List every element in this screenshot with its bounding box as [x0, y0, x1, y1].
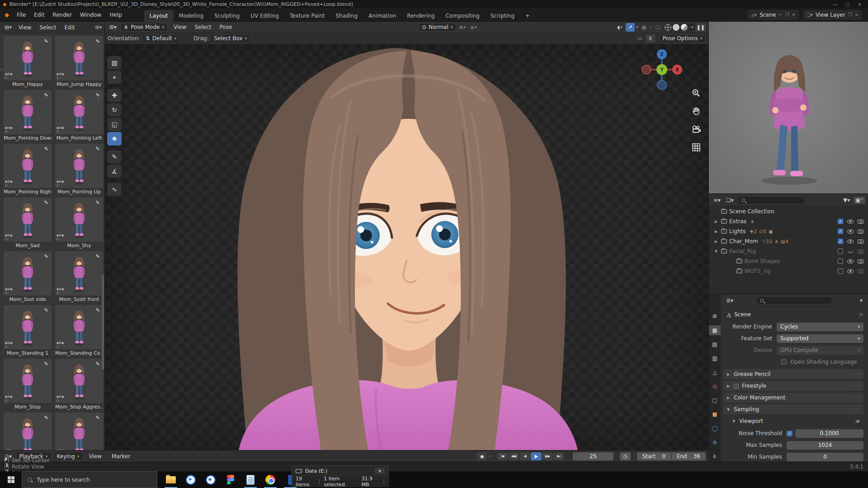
mirror-x-toggle[interactable]: X [646, 34, 655, 43]
hide-eye-toggle[interactable] [847, 230, 854, 234]
outliner-row-Lights[interactable]: ▶ Lights ✚2 ⊙5 ▣ [709, 226, 868, 236]
asset-item[interactable]: ✎ ◆⊞◆◇ Mom_Pointing Up [55, 144, 103, 195]
exclude-checkbox[interactable] [838, 268, 843, 274]
asset-item[interactable]: ✎ ◆⊞◆◇ Mom_Jump Happy [55, 36, 103, 87]
prev-keyframe-button[interactable]: ◀◀ [508, 452, 519, 460]
render-camera-toggle[interactable] [858, 259, 863, 263]
mirror-icon[interactable]: ⋈ [636, 34, 645, 43]
taskbar-media-app[interactable] [181, 471, 201, 488]
expand-arrow[interactable]: ▼ [713, 249, 719, 253]
edit-pose-icon[interactable]: ✎ [94, 307, 101, 314]
edit-pose-icon[interactable]: ✎ [94, 361, 101, 368]
editor-type-icon[interactable]: ≣▾ [724, 297, 735, 304]
properties-tab-view-layer[interactable]: ▥ [709, 353, 721, 363]
display-mode-icon[interactable]: ❏▾ [724, 197, 736, 204]
remove-icon[interactable]: × [855, 12, 859, 17]
asset-scrollbar[interactable] [102, 275, 104, 370]
new-collection-icon[interactable]: ▣⁺ [854, 197, 865, 204]
editor-type-icon[interactable]: ▤▾ [3, 23, 14, 31]
hide-eye-toggle[interactable] [847, 220, 854, 224]
editor-type-icon[interactable]: ≡▾ [712, 197, 722, 204]
minimize-button[interactable]: — [833, 2, 837, 7]
asset-item[interactable]: ✎ ◆⊞◆◇ Mom_Pointing Left [55, 90, 103, 141]
secondary-viewport[interactable]: ‹ [708, 22, 868, 193]
taskbar-notepad[interactable] [241, 471, 260, 488]
workspace-tab[interactable]: Texture Paint [284, 10, 330, 22]
zoom-icon[interactable] [690, 87, 702, 99]
exclude-checkbox[interactable] [838, 229, 843, 234]
tool-button-select-box[interactable]: ▧ [107, 56, 122, 70]
rendered-shading-icon[interactable] [689, 27, 690, 28]
collapse-arrow[interactable]: ‹ [711, 23, 713, 30]
tool-button-scale[interactable]: ◱ [107, 117, 122, 131]
asset-thumbnail[interactable]: ✎ ◆⊞◆◇ [4, 413, 52, 450]
show-gizmo-toggle[interactable]: ↗ [626, 23, 635, 32]
min-samples-field[interactable]: 0 [787, 453, 863, 461]
render-camera-toggle[interactable] [858, 249, 863, 253]
properties-tab-constraints[interactable]: ⊛ [709, 437, 721, 447]
start-button[interactable] [0, 471, 22, 488]
asset-item[interactable]: ✎ ◆⊞◆◇ Mom_Pointing Right [4, 144, 52, 195]
taskbar-player-app[interactable] [201, 471, 221, 488]
hide-eye-toggle[interactable] [847, 259, 854, 263]
file-explorer-window[interactable]: Data (E:) ▾ 19 items | 1 item selected 3… [292, 465, 389, 487]
tool-button-move[interactable]: ✚ [107, 89, 122, 102]
asset-item[interactable]: ✎ ◆⊞◆◇ Mom_Shy [55, 197, 103, 249]
taskbar-figma[interactable] [221, 471, 241, 488]
outliner-row-Extras[interactable]: ▶ Extras ⋔ [709, 216, 868, 226]
copy-icon[interactable]: ❐ [785, 12, 789, 17]
wireframe-shading-icon[interactable] [665, 24, 671, 31]
tool-button-annotate[interactable]: ✎ [107, 150, 122, 164]
outliner-item-name[interactable]: Extras [729, 218, 746, 225]
outliner-row-Bone Shapes[interactable]: Bone Shapes [709, 256, 868, 266]
asset-thumbnail[interactable]: ✎ ◆⊞◆◇ [55, 144, 103, 188]
viewport-menu[interactable]: Pose [215, 23, 236, 32]
edit-pose-icon[interactable]: ✎ [42, 38, 50, 45]
asset-menu[interactable]: Edit [60, 23, 79, 32]
properties-search[interactable] [756, 296, 833, 305]
filter-icon[interactable]: ▼▾ [841, 197, 852, 204]
viewport-canvas[interactable]: ▧⌖✚↻◱❖✎∡∿ Z X Y [105, 44, 708, 450]
hide-eye-toggle[interactable] [847, 269, 854, 273]
asset-item[interactable]: ✎ ◆⊞◆◇ Mom_Happy [4, 36, 52, 87]
asset-thumbnail[interactable]: ✎ ◆⊞◆◇ [55, 359, 103, 403]
exclude-checkbox[interactable] [838, 219, 843, 224]
drag-dropdown[interactable]: Select Box▾ [210, 34, 250, 43]
workspace-tab[interactable]: + [520, 10, 535, 22]
outliner-item-name[interactable]: Char_Mom [729, 238, 758, 244]
outliner-item-name[interactable]: WGTS_rig [745, 268, 771, 274]
taskbar-file-explorer[interactable] [161, 471, 181, 488]
properties-tab-output[interactable]: ▤ [709, 339, 721, 349]
edit-pose-icon[interactable]: ✎ [42, 92, 50, 99]
properties-tab-physics[interactable]: ◯ [709, 423, 721, 433]
topbar-menu[interactable]: Help [105, 10, 126, 19]
device-dropdown[interactable]: GPU Compute▾ [777, 346, 863, 355]
next-keyframe-button[interactable]: ▶▶ [542, 452, 553, 460]
topbar-menu[interactable]: File [13, 10, 30, 19]
asset-thumbnail[interactable]: ✎ ◆⊞◆◇ [4, 359, 52, 403]
show-overlays-toggle[interactable]: ◎ [640, 23, 649, 32]
render-camera-toggle[interactable] [858, 220, 863, 224]
asset-thumbnail[interactable]: ✎ ◆⊞◆◇ [4, 36, 52, 80]
blender-menu-icon[interactable]: ◆ [5, 11, 9, 18]
use-preview-range-button[interactable]: ◷ [620, 452, 631, 460]
xray-toggle[interactable]: ❏ [653, 23, 662, 32]
asset-item[interactable]: ✎ ◆⊞◆◇ Mom_Stop Aggres... [55, 359, 103, 410]
exclude-checkbox[interactable] [838, 239, 843, 244]
jump-to-end-button[interactable]: ▶| [553, 452, 564, 460]
exclude-checkbox[interactable] [838, 258, 843, 264]
scene-selector[interactable]: ◬▾ Scene ⌲ ❐ × [748, 10, 798, 19]
preset-icon[interactable]: ⁚≡ [854, 418, 860, 424]
asset-item[interactable]: ✎ ◆⊞◆◇ [4, 413, 52, 450]
asset-item[interactable]: ✎ ◆⊞◆◇ Mom_Ssst side [4, 251, 52, 302]
tool-button-measure[interactable]: ∡ [107, 164, 122, 178]
camera-view-icon[interactable] [690, 123, 702, 135]
color-management-panel[interactable]: ▶Color Management∷∷ [723, 393, 863, 403]
asset-thumbnail[interactable]: ✎ ◆⊞◆◇ [55, 305, 103, 349]
region-toggle-arrow[interactable]: › [0, 67, 2, 72]
max-samples-field[interactable]: 1024 [787, 441, 863, 450]
play-button[interactable]: ▶ [531, 452, 542, 460]
material-preview-icon[interactable] [681, 24, 688, 31]
editor-type-icon[interactable]: ⊞▾ [108, 23, 118, 31]
edit-pose-icon[interactable]: ✎ [94, 38, 101, 45]
